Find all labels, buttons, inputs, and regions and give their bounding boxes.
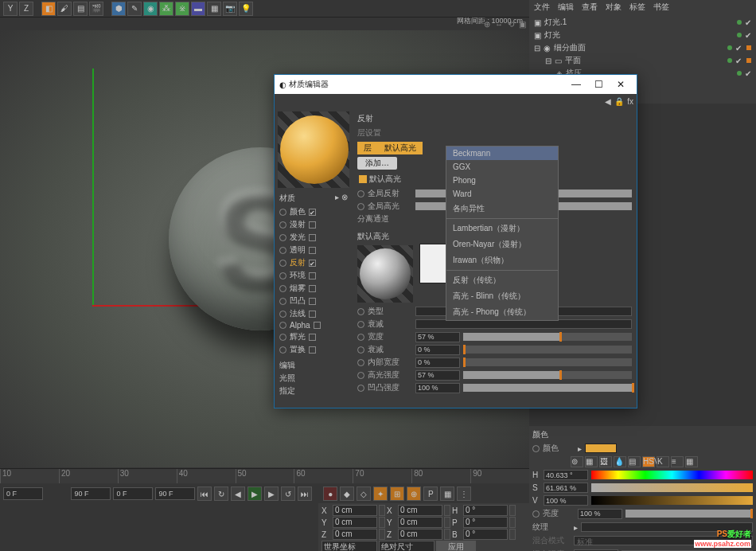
tab-file[interactable]: 文件 (534, 2, 550, 13)
brightness-slider[interactable] (625, 510, 753, 518)
brightness-field[interactable]: 100 % (578, 509, 622, 519)
pen-icon[interactable]: ✎ (127, 2, 142, 16)
tab-view[interactable]: 查看 (582, 2, 598, 13)
dropdown-item[interactable]: Beckmann (446, 147, 558, 160)
hsv-button[interactable]: HSV (642, 456, 655, 467)
autokey-icon[interactable]: ◇ (357, 487, 371, 501)
maximize-button[interactable]: ☐ (587, 76, 610, 92)
timeline-ruler[interactable]: 102030405060708090 (0, 469, 529, 483)
timeline-icon[interactable]: ▤ (73, 2, 88, 16)
v-field[interactable]: 100 % (544, 495, 588, 506)
lock-icon[interactable]: 🔒 (614, 97, 624, 106)
step-fwd-icon[interactable]: ▶ (264, 487, 279, 501)
goto-end-icon[interactable]: ⏭ (298, 487, 312, 501)
arrow-icon[interactable]: ▸ (574, 523, 578, 532)
channel-透明[interactable]: 透明 (278, 244, 349, 256)
spectrum-icon[interactable]: ▦ (585, 456, 598, 467)
size-mode[interactable]: 绝对尺寸 (379, 541, 435, 551)
img-icon[interactable]: 🖼 (599, 456, 612, 467)
channel-反射[interactable]: 反射 (278, 256, 349, 269)
tab-bookmarks[interactable]: 书签 (653, 2, 669, 13)
axis-y-button[interactable]: Y (3, 2, 18, 16)
h-slider[interactable] (591, 471, 753, 479)
back-icon[interactable]: ◀ (605, 97, 611, 106)
dropdown-item[interactable]: GGX (446, 160, 558, 174)
brush-icon[interactable]: 🖌 (57, 2, 72, 16)
param-key-icon[interactable]: P (423, 487, 438, 501)
nurbs-icon[interactable]: ◉ (143, 2, 158, 16)
frame-current[interactable]: 90 F (71, 487, 111, 500)
play-icon[interactable]: ▶ (247, 487, 262, 501)
picker-icon[interactable]: ⊚ (571, 456, 583, 467)
channel-法线[interactable]: 法线 (278, 307, 349, 320)
p-rot[interactable]: 0 ° (463, 517, 508, 528)
h-field[interactable]: 40.633 ° (544, 470, 588, 480)
dropdown-item[interactable]: Lambertian（漫射） (446, 221, 558, 236)
channel-颜色[interactable]: 颜色 (278, 205, 349, 218)
object-row[interactable]: ⊟▭平面✔ (534, 54, 751, 67)
minimize-button[interactable]: — (565, 76, 587, 92)
material-preview[interactable] (280, 115, 349, 184)
array-icon[interactable]: ⁂ (159, 2, 173, 16)
axis-z-button[interactable]: Z (19, 2, 33, 16)
dropdown-item[interactable]: Oren-Nayar（漫射） (446, 236, 558, 252)
coord-mode[interactable]: 世界坐标 (321, 541, 377, 551)
loop-icon[interactable]: ↻ (214, 487, 228, 501)
channel-凹凸[interactable]: 凹凸 (278, 295, 349, 307)
s-field[interactable]: 61.961 % (544, 483, 588, 493)
tab-layer[interactable]: 层 (357, 142, 378, 154)
dropdown-item[interactable]: 高光 - Phong（传统） (446, 304, 558, 320)
channel-assign[interactable]: 指定 (278, 385, 349, 397)
swatch-icon[interactable]: ▤ (628, 456, 641, 467)
y-pos[interactable]: 0 cm (333, 517, 377, 528)
close-button[interactable]: ✕ (610, 76, 632, 92)
frame-current2[interactable]: 0 F (113, 487, 153, 500)
channel-漫射[interactable]: 漫射 (278, 218, 349, 231)
floor-icon[interactable]: ▬ (191, 2, 205, 16)
clapboard-icon[interactable]: 🎬 (89, 2, 103, 16)
y-size[interactable]: 0 cm (398, 517, 442, 528)
tab-default-highlight[interactable]: 默认高光 (378, 142, 423, 154)
film-icon[interactable]: ▦ (207, 2, 221, 16)
b-rot[interactable]: 0 ° (463, 529, 508, 540)
eyedrop-icon[interactable]: 💧 (614, 456, 626, 467)
object-row[interactable]: ⊟◉细分曲面✔ (534, 41, 751, 54)
dropdown-item[interactable]: 各向异性 (446, 201, 558, 217)
z-size[interactable]: 0 cm (398, 529, 442, 540)
apply-button[interactable]: 应用 (436, 541, 476, 551)
z-pos[interactable]: 0 cm (333, 529, 377, 540)
dropdown-item[interactable]: Ward (446, 187, 558, 201)
channel-illum[interactable]: 光照 (278, 372, 349, 385)
dropdown-item[interactable]: Irawan（织物） (446, 252, 558, 268)
list-icon[interactable]: ≡ (671, 456, 684, 467)
loop2-icon[interactable]: ↺ (281, 487, 295, 501)
key-icon[interactable]: ◆ (340, 487, 354, 501)
more-icon[interactable]: ⋮ (457, 487, 471, 501)
goto-start-icon[interactable]: ⏮ (197, 487, 212, 501)
record-icon[interactable]: ● (323, 487, 337, 501)
x-pos[interactable]: 0 cm (333, 505, 377, 516)
channel-辉光[interactable]: 辉光 (278, 330, 349, 343)
pla-key-icon[interactable]: ▦ (440, 487, 454, 501)
dropdown-item[interactable]: 反射（传统） (446, 272, 558, 288)
frame-start[interactable]: 0 F (3, 487, 43, 500)
camera-icon[interactable]: 📷 (223, 2, 237, 16)
frame-end[interactable]: 90 F (155, 487, 195, 500)
deformer-icon[interactable]: ※ (175, 2, 189, 16)
channel-环境[interactable]: 环境 (278, 269, 349, 282)
k-icon[interactable]: K (657, 456, 669, 467)
arrow-icon[interactable]: ▸ (578, 444, 582, 453)
window-titlebar[interactable]: ◐ 材质编辑器 — ☐ ✕ (275, 75, 637, 94)
channel-Alpha[interactable]: Alpha (278, 320, 349, 330)
object-row[interactable]: ▣灯光✔ (534, 29, 751, 41)
h-rot[interactable]: 0 ° (463, 505, 508, 516)
cube2-icon[interactable]: ⬢ (111, 2, 126, 16)
v-slider[interactable] (591, 496, 753, 505)
pos-key-icon[interactable]: ✦ (373, 487, 388, 501)
scale-key-icon[interactable]: ⊞ (390, 487, 404, 501)
tab-edit[interactable]: 编辑 (558, 2, 574, 13)
light-icon[interactable]: 💡 (239, 2, 253, 16)
fn-icon[interactable]: fx (627, 97, 633, 106)
tab-objects[interactable]: 对象 (606, 2, 622, 13)
channel-发光[interactable]: 发光 (278, 231, 349, 244)
